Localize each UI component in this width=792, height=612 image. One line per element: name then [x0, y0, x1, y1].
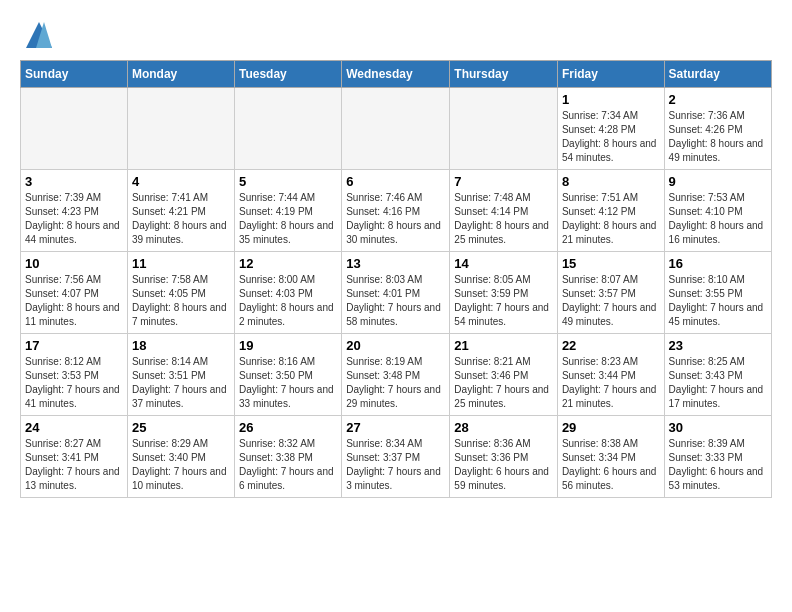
day-number: 25 [132, 420, 230, 435]
day-detail: Sunrise: 8:14 AMSunset: 3:51 PMDaylight:… [132, 355, 230, 411]
calendar-cell: 22 Sunrise: 8:23 AMSunset: 3:44 PMDaylig… [557, 334, 664, 416]
day-number: 8 [562, 174, 660, 189]
calendar-cell: 5 Sunrise: 7:44 AMSunset: 4:19 PMDayligh… [235, 170, 342, 252]
day-detail: Sunrise: 7:34 AMSunset: 4:28 PMDaylight:… [562, 109, 660, 165]
day-number: 5 [239, 174, 337, 189]
day-detail: Sunrise: 8:10 AMSunset: 3:55 PMDaylight:… [669, 273, 767, 329]
day-detail: Sunrise: 8:07 AMSunset: 3:57 PMDaylight:… [562, 273, 660, 329]
calendar-week-2: 3 Sunrise: 7:39 AMSunset: 4:23 PMDayligh… [21, 170, 772, 252]
calendar-cell [21, 88, 128, 170]
day-number: 19 [239, 338, 337, 353]
calendar-cell: 21 Sunrise: 8:21 AMSunset: 3:46 PMDaylig… [450, 334, 558, 416]
calendar-cell: 7 Sunrise: 7:48 AMSunset: 4:14 PMDayligh… [450, 170, 558, 252]
day-number: 18 [132, 338, 230, 353]
day-detail: Sunrise: 7:58 AMSunset: 4:05 PMDaylight:… [132, 273, 230, 329]
day-detail: Sunrise: 7:48 AMSunset: 4:14 PMDaylight:… [454, 191, 553, 247]
calendar-cell [450, 88, 558, 170]
day-detail: Sunrise: 7:53 AMSunset: 4:10 PMDaylight:… [669, 191, 767, 247]
day-detail: Sunrise: 7:56 AMSunset: 4:07 PMDaylight:… [25, 273, 123, 329]
day-number: 3 [25, 174, 123, 189]
day-number: 1 [562, 92, 660, 107]
day-number: 7 [454, 174, 553, 189]
day-detail: Sunrise: 7:36 AMSunset: 4:26 PMDaylight:… [669, 109, 767, 165]
weekday-header-friday: Friday [557, 61, 664, 88]
calendar-week-5: 24 Sunrise: 8:27 AMSunset: 3:41 PMDaylig… [21, 416, 772, 498]
day-detail: Sunrise: 7:51 AMSunset: 4:12 PMDaylight:… [562, 191, 660, 247]
calendar-cell: 9 Sunrise: 7:53 AMSunset: 4:10 PMDayligh… [664, 170, 771, 252]
day-detail: Sunrise: 8:16 AMSunset: 3:50 PMDaylight:… [239, 355, 337, 411]
day-number: 22 [562, 338, 660, 353]
calendar-cell: 11 Sunrise: 7:58 AMSunset: 4:05 PMDaylig… [127, 252, 234, 334]
logo [20, 20, 54, 50]
day-number: 21 [454, 338, 553, 353]
day-detail: Sunrise: 7:39 AMSunset: 4:23 PMDaylight:… [25, 191, 123, 247]
day-detail: Sunrise: 8:32 AMSunset: 3:38 PMDaylight:… [239, 437, 337, 493]
calendar-cell: 3 Sunrise: 7:39 AMSunset: 4:23 PMDayligh… [21, 170, 128, 252]
calendar-cell: 10 Sunrise: 7:56 AMSunset: 4:07 PMDaylig… [21, 252, 128, 334]
day-number: 20 [346, 338, 445, 353]
weekday-header-thursday: Thursday [450, 61, 558, 88]
calendar-cell: 20 Sunrise: 8:19 AMSunset: 3:48 PMDaylig… [342, 334, 450, 416]
calendar-cell: 1 Sunrise: 7:34 AMSunset: 4:28 PMDayligh… [557, 88, 664, 170]
calendar-cell: 17 Sunrise: 8:12 AMSunset: 3:53 PMDaylig… [21, 334, 128, 416]
calendar-cell: 4 Sunrise: 7:41 AMSunset: 4:21 PMDayligh… [127, 170, 234, 252]
day-detail: Sunrise: 8:39 AMSunset: 3:33 PMDaylight:… [669, 437, 767, 493]
calendar-cell: 6 Sunrise: 7:46 AMSunset: 4:16 PMDayligh… [342, 170, 450, 252]
day-detail: Sunrise: 8:27 AMSunset: 3:41 PMDaylight:… [25, 437, 123, 493]
weekday-header-saturday: Saturday [664, 61, 771, 88]
day-detail: Sunrise: 8:12 AMSunset: 3:53 PMDaylight:… [25, 355, 123, 411]
calendar-cell: 12 Sunrise: 8:00 AMSunset: 4:03 PMDaylig… [235, 252, 342, 334]
calendar-cell: 28 Sunrise: 8:36 AMSunset: 3:36 PMDaylig… [450, 416, 558, 498]
day-number: 4 [132, 174, 230, 189]
calendar-cell: 16 Sunrise: 8:10 AMSunset: 3:55 PMDaylig… [664, 252, 771, 334]
calendar-cell: 13 Sunrise: 8:03 AMSunset: 4:01 PMDaylig… [342, 252, 450, 334]
calendar-cell [342, 88, 450, 170]
weekday-header-tuesday: Tuesday [235, 61, 342, 88]
calendar-cell: 19 Sunrise: 8:16 AMSunset: 3:50 PMDaylig… [235, 334, 342, 416]
calendar-cell: 25 Sunrise: 8:29 AMSunset: 3:40 PMDaylig… [127, 416, 234, 498]
day-number: 17 [25, 338, 123, 353]
calendar-week-3: 10 Sunrise: 7:56 AMSunset: 4:07 PMDaylig… [21, 252, 772, 334]
day-number: 27 [346, 420, 445, 435]
weekday-header-sunday: Sunday [21, 61, 128, 88]
day-number: 14 [454, 256, 553, 271]
day-detail: Sunrise: 8:00 AMSunset: 4:03 PMDaylight:… [239, 273, 337, 329]
calendar-cell: 18 Sunrise: 8:14 AMSunset: 3:51 PMDaylig… [127, 334, 234, 416]
day-detail: Sunrise: 7:44 AMSunset: 4:19 PMDaylight:… [239, 191, 337, 247]
day-detail: Sunrise: 8:05 AMSunset: 3:59 PMDaylight:… [454, 273, 553, 329]
day-number: 11 [132, 256, 230, 271]
day-detail: Sunrise: 8:03 AMSunset: 4:01 PMDaylight:… [346, 273, 445, 329]
day-detail: Sunrise: 8:29 AMSunset: 3:40 PMDaylight:… [132, 437, 230, 493]
day-detail: Sunrise: 7:46 AMSunset: 4:16 PMDaylight:… [346, 191, 445, 247]
weekday-header-wednesday: Wednesday [342, 61, 450, 88]
day-number: 30 [669, 420, 767, 435]
day-number: 9 [669, 174, 767, 189]
calendar-cell: 15 Sunrise: 8:07 AMSunset: 3:57 PMDaylig… [557, 252, 664, 334]
day-detail: Sunrise: 8:38 AMSunset: 3:34 PMDaylight:… [562, 437, 660, 493]
calendar-cell: 27 Sunrise: 8:34 AMSunset: 3:37 PMDaylig… [342, 416, 450, 498]
calendar-cell: 30 Sunrise: 8:39 AMSunset: 3:33 PMDaylig… [664, 416, 771, 498]
day-detail: Sunrise: 7:41 AMSunset: 4:21 PMDaylight:… [132, 191, 230, 247]
day-detail: Sunrise: 8:36 AMSunset: 3:36 PMDaylight:… [454, 437, 553, 493]
day-number: 28 [454, 420, 553, 435]
day-detail: Sunrise: 8:19 AMSunset: 3:48 PMDaylight:… [346, 355, 445, 411]
calendar-table: SundayMondayTuesdayWednesdayThursdayFrid… [20, 60, 772, 498]
day-number: 23 [669, 338, 767, 353]
page-header [20, 20, 772, 50]
day-number: 10 [25, 256, 123, 271]
day-number: 6 [346, 174, 445, 189]
day-number: 24 [25, 420, 123, 435]
calendar-cell: 23 Sunrise: 8:25 AMSunset: 3:43 PMDaylig… [664, 334, 771, 416]
weekday-header-monday: Monday [127, 61, 234, 88]
calendar-cell: 26 Sunrise: 8:32 AMSunset: 3:38 PMDaylig… [235, 416, 342, 498]
day-detail: Sunrise: 8:21 AMSunset: 3:46 PMDaylight:… [454, 355, 553, 411]
day-number: 2 [669, 92, 767, 107]
day-number: 26 [239, 420, 337, 435]
calendar-cell: 14 Sunrise: 8:05 AMSunset: 3:59 PMDaylig… [450, 252, 558, 334]
day-number: 12 [239, 256, 337, 271]
calendar-cell: 8 Sunrise: 7:51 AMSunset: 4:12 PMDayligh… [557, 170, 664, 252]
day-detail: Sunrise: 8:34 AMSunset: 3:37 PMDaylight:… [346, 437, 445, 493]
calendar-cell: 29 Sunrise: 8:38 AMSunset: 3:34 PMDaylig… [557, 416, 664, 498]
day-detail: Sunrise: 8:23 AMSunset: 3:44 PMDaylight:… [562, 355, 660, 411]
day-number: 16 [669, 256, 767, 271]
